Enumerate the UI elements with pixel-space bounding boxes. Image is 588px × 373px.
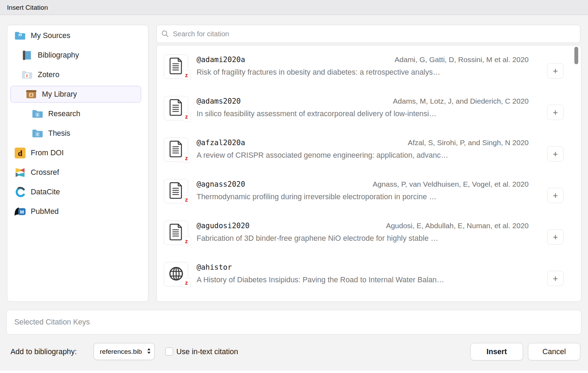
sidebar-item-my-sources[interactable]: ”My Sources (10, 27, 141, 44)
scrollbar-thumb[interactable] (574, 47, 578, 64)
pubmed-icon: M (14, 206, 26, 217)
search-icon (161, 30, 169, 38)
citation-main: @agudosi2020Agudosi, E, Abdullah, E, Num… (197, 221, 529, 258)
add-citation-button[interactable]: + (547, 63, 564, 79)
sidebar-item-bibliography[interactable]: Bibliography (10, 47, 141, 64)
citation-key: @adami2020a (197, 54, 245, 65)
bibliography-icon (21, 49, 33, 61)
sidebar-item-thesis[interactable]: zThesis (10, 125, 141, 142)
datacite-icon (14, 186, 26, 198)
bibliography-file-value: references.bib (100, 348, 147, 356)
citation-description: A review of CRISPR associated genome eng… (197, 150, 529, 161)
add-citation-button[interactable]: + (547, 146, 564, 162)
sidebar-item-crossref[interactable]: Crossref (10, 164, 141, 181)
sidebar-item-label: My Sources (31, 31, 71, 40)
search-input[interactable] (156, 25, 580, 43)
zotero-collection-icon: z (31, 108, 44, 120)
add-citation-button[interactable]: + (547, 105, 564, 120)
citation-row[interactable]: z@adams2020Adams, M, Lotz, J, and Dieder… (157, 92, 581, 133)
document-icon (168, 98, 184, 118)
citation-type-box: z (164, 179, 188, 203)
citation-main: @adami2020aAdami, G, Gatti, D, Rossini, … (197, 54, 529, 92)
add-to-bibliography-label: Add to bibliography: (10, 343, 77, 360)
zotero-badge-icon: z (182, 195, 191, 204)
sidebar-item-label: My Library (42, 90, 77, 99)
zotero-badge-icon: z (182, 278, 191, 287)
document-icon (168, 223, 184, 243)
dialog-titlebar: Insert Citation (0, 0, 588, 15)
svg-text:z: z (30, 93, 32, 97)
dialog-title: Insert Citation (7, 0, 48, 15)
add-citation-button[interactable]: + (547, 229, 564, 245)
svg-text:z: z (36, 132, 38, 136)
zotero-badge-icon: z (182, 71, 191, 80)
citation-authors: Agudosi, E, Abdullah, E, Numan, et al. 2… (379, 221, 529, 231)
svg-text:”: ” (18, 32, 22, 40)
citation-row[interactable]: z@agudosi2020Agudosi, E, Abdullah, E, Nu… (157, 216, 581, 258)
sidebar-item-label: Bibliography (38, 51, 79, 60)
citation-type-box: z (164, 221, 188, 245)
selected-citation-keys (6, 310, 581, 335)
citation-row[interactable]: z@ahistorA History of Diabetes Insipidus… (157, 258, 581, 299)
citation-main: @adams2020Adams, M, Lotz, J, and Diederi… (197, 96, 529, 133)
sidebar-item-label: Research (48, 110, 80, 118)
sidebar-item-zotero[interactable]: zZotero (10, 66, 141, 83)
citation-main: @agnass2020Agnass, P, van Veldhuisen, E,… (197, 179, 529, 216)
svg-text:M: M (20, 209, 24, 214)
selected-keys-input[interactable] (6, 310, 581, 335)
add-citation-button[interactable]: + (547, 271, 564, 286)
citation-key: @adams2020 (197, 96, 241, 106)
bibliography-file-select[interactable]: references.bib (94, 343, 155, 360)
sidebar-item-from-doi[interactable]: dFrom DOI (10, 144, 141, 161)
zotero-badge-icon: z (182, 237, 191, 246)
citation-type-box: z (164, 96, 188, 120)
insert-button[interactable]: Insert (470, 343, 523, 360)
citation-authors: Agnass, P, van Veldhuisen, E, Vogel, et … (366, 179, 529, 189)
citation-description: Fabrication of 3D binder-free graphene N… (197, 233, 529, 244)
add-citation-button[interactable]: + (547, 188, 564, 203)
citation-list: z@adami2020aAdami, G, Gatti, D, Rossini,… (156, 45, 581, 302)
zotero-folder-icon: z (21, 69, 33, 81)
library-box-icon: z (25, 88, 37, 100)
citation-type-box: z (164, 54, 188, 79)
citation-authors: Adams, M, Lotz, J, and Diederich, C 2020 (386, 96, 529, 106)
sidebar-item-label: PubMed (31, 207, 59, 216)
zotero-collection-icon: z (31, 127, 44, 139)
citation-row[interactable]: z@afzal2020aAfzal, S, Sirohi, P, and Sin… (157, 133, 581, 175)
citation-description: A History of Diabetes Insipidus: Paving … (197, 275, 529, 285)
cancel-button[interactable]: Cancel (528, 343, 580, 360)
citation-key: @agnass2020 (197, 179, 245, 189)
doi-icon: d (14, 147, 26, 159)
document-icon (168, 57, 184, 76)
document-icon (168, 140, 184, 159)
bottom-strip (0, 371, 588, 373)
citation-key: @agudosi2020 (197, 221, 250, 231)
citation-main: @ahistorA History of Diabetes Insipidus:… (197, 262, 529, 299)
sidebar-item-pubmed[interactable]: MPubMed (10, 203, 141, 220)
sidebar-item-research[interactable]: zResearch (10, 105, 141, 122)
zotero-badge-icon: z (182, 154, 191, 163)
use-in-text-label: Use in-text citation (176, 343, 238, 360)
citation-row[interactable]: z@adami2020aAdami, G, Gatti, D, Rossini,… (157, 50, 581, 92)
sidebar-item-label: Thesis (48, 129, 70, 138)
citation-row[interactable]: z@agnass2020Agnass, P, van Veldhuisen, E… (157, 175, 581, 216)
document-icon (168, 181, 184, 201)
svg-text:z: z (26, 74, 28, 77)
sidebar-item-label: From DOI (31, 149, 64, 157)
sidebar-item-label: Crossref (31, 168, 59, 177)
sidebar-item-my-library[interactable]: zMy Library (10, 86, 141, 103)
sidebar-item-label: Zotero (38, 70, 59, 79)
zotero-badge-icon: z (182, 112, 191, 121)
citation-description: In silico feasibility assessment of extr… (197, 109, 529, 119)
citation-main: @afzal2020aAfzal, S, Sirohi, P, and Sing… (197, 137, 529, 175)
sidebar-item-label: DataCite (31, 188, 60, 196)
sidebar-item-datacite[interactable]: DataCite (10, 184, 141, 200)
use-in-text-checkbox[interactable] (165, 348, 173, 356)
citation-authors: Adami, G, Gatti, D, Rossini, M et al. 20… (388, 54, 529, 65)
globe-icon (168, 266, 184, 283)
citation-type-box: z (164, 137, 188, 162)
citation-authors: Afzal, S, Sirohi, P, and Singh, N 2020 (401, 137, 529, 148)
citation-search (156, 25, 580, 43)
my-sources-icon: ” (14, 30, 26, 42)
crossref-icon (14, 166, 26, 178)
